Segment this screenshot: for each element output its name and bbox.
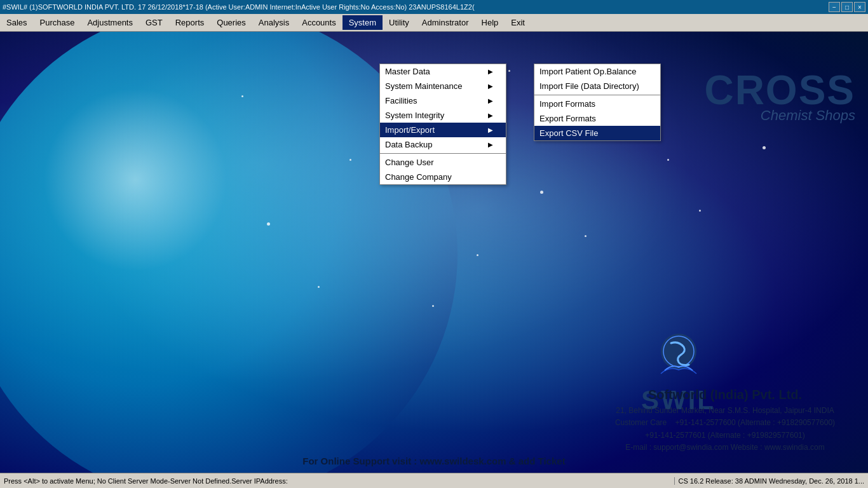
menu-import-formats[interactable]: Import Formats	[534, 97, 660, 111]
menu-import-patient-op-balance[interactable]: Import Patient Op.Balance	[534, 64, 660, 79]
menu-analysis[interactable]: Analysis	[252, 15, 295, 30]
support-bar: For Online Support visit : www.swildesk.…	[302, 456, 565, 466]
company-address: 21, Behind Sunder Market, Near S.M.S. Ho…	[588, 405, 862, 417]
menu-adminstrator[interactable]: Adminstrator	[416, 15, 475, 30]
main-content: CROSS Chemist Shops SWIL Softworld (Indi…	[0, 32, 868, 473]
menu-purchase[interactable]: Purchase	[34, 15, 81, 30]
submenu-arrow-icon: ▶	[488, 112, 493, 119]
sparkle	[432, 305, 434, 307]
menu-exit[interactable]: Exit	[505, 15, 531, 30]
menu-facilities[interactable]: Facilities ▶	[380, 93, 506, 108]
close-button[interactable]: ×	[854, 2, 865, 12]
sparkle	[540, 191, 543, 194]
statusbar-right: CS 16.2 Release: 38 ADMIN Wednesday, Dec…	[674, 477, 868, 485]
menu-accounts[interactable]: Accounts	[295, 15, 342, 30]
svg-point-0	[661, 334, 696, 369]
menu-system[interactable]: System	[342, 15, 383, 30]
sparkle	[349, 159, 351, 161]
menu-data-backup[interactable]: Data Backup ▶	[380, 137, 506, 152]
menu-reports[interactable]: Reports	[169, 15, 211, 30]
sparkle	[508, 70, 510, 72]
sparkle	[763, 146, 766, 149]
menu-import-file-data-directory[interactable]: Import File (Data Directory)	[534, 79, 660, 93]
submenu-separator	[534, 95, 660, 95]
company-name: Softworld (India) Pvt. Ltd.	[588, 384, 862, 405]
phone2: +91-141-2577601 (Alternate : +9198295776…	[588, 430, 862, 442]
window-controls: − □ ×	[829, 2, 865, 12]
email-website: E-mail : support@swindia.com Website : w…	[588, 442, 862, 454]
statusbar-left: Press <Alt> to activate Menu; No Client …	[0, 477, 674, 485]
phone1: +91-141-2577600 (Alternate : +9182905776…	[675, 418, 836, 427]
menubar: Sales Purchase Adjustments GST Reports Q…	[0, 14, 868, 32]
submenu-arrow-icon: ▶	[488, 141, 493, 148]
menu-import-export[interactable]: Import/Export ▶	[380, 123, 506, 137]
swil-emblem-icon	[653, 329, 704, 380]
minimize-button[interactable]: −	[829, 2, 840, 12]
submenu-arrow-icon: ▶	[488, 83, 493, 90]
sparkle	[318, 286, 320, 288]
cross-logo-area: CROSS Chemist Shops	[704, 70, 855, 124]
customer-care-label: Customer Care	[615, 418, 667, 427]
menu-queries[interactable]: Queries	[210, 15, 252, 30]
menu-system-integrity[interactable]: System Integrity ▶	[380, 108, 506, 123]
menu-adjustments[interactable]: Adjustments	[81, 15, 139, 30]
menu-system-maintenance[interactable]: System Maintenance ▶	[380, 79, 506, 93]
statusbar: Press <Alt> to activate Menu; No Client …	[0, 473, 868, 488]
submenu-arrow-icon: ▶	[488, 126, 493, 133]
sparkle	[699, 210, 701, 212]
menu-gst[interactable]: GST	[139, 15, 169, 30]
cross-logo-text: CROSS	[704, 70, 855, 111]
menu-utility[interactable]: Utility	[383, 15, 416, 30]
sparkle	[267, 222, 270, 226]
titlebar: #SWIL# (1)SOFTWORLD INDIA PVT. LTD. 17 2…	[0, 0, 868, 14]
sparkle	[477, 254, 478, 256]
restore-button[interactable]: □	[841, 2, 853, 12]
customer-care: Customer Care +91-141-2577600 (Alternate…	[588, 417, 862, 429]
menu-export-csv-file[interactable]: Export CSV File	[534, 126, 660, 140]
submenu-arrow-icon: ▶	[488, 68, 493, 75]
menu-change-user[interactable]: Change User	[380, 155, 506, 170]
company-info: Softworld (India) Pvt. Ltd. 21, Behind S…	[588, 384, 862, 454]
system-dropdown: Master Data ▶ System Maintenance ▶ Facil…	[379, 64, 506, 185]
sparkle	[667, 159, 669, 161]
menu-help[interactable]: Help	[475, 15, 505, 30]
menu-separator	[380, 153, 506, 154]
sparkle	[585, 235, 587, 237]
menu-export-formats[interactable]: Export Formats	[534, 111, 660, 126]
sparkle	[241, 95, 243, 97]
menu-change-company[interactable]: Change Company	[380, 170, 506, 184]
title-text: #SWIL# (1)SOFTWORLD INDIA PVT. LTD. 17 2…	[3, 3, 829, 11]
importexport-submenu: Import Patient Op.Balance Import File (D…	[534, 64, 661, 141]
menu-master-data[interactable]: Master Data ▶	[380, 64, 506, 79]
submenu-arrow-icon: ▶	[488, 97, 493, 104]
menu-sales[interactable]: Sales	[0, 15, 34, 30]
